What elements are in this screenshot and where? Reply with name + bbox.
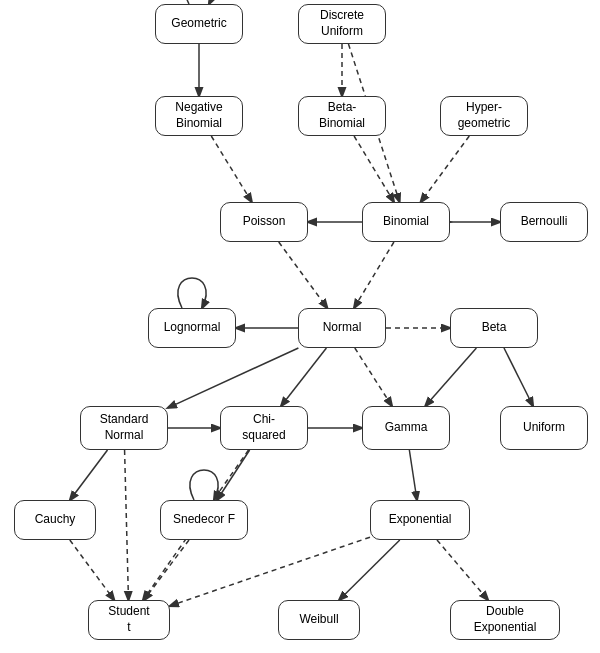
node-weibull: Weibull xyxy=(278,600,360,640)
node-exponential: Exponential xyxy=(370,500,470,540)
node-cauchy: Cauchy xyxy=(14,500,96,540)
svg-line-14 xyxy=(355,348,392,406)
node-beta_binomial: Beta- Binomial xyxy=(298,96,386,136)
node-gamma: Gamma xyxy=(362,406,450,450)
svg-line-5 xyxy=(211,136,251,202)
node-student_t: Student t xyxy=(88,600,170,640)
svg-line-15 xyxy=(425,348,476,406)
svg-line-9 xyxy=(279,242,328,308)
svg-line-26 xyxy=(437,540,488,600)
svg-line-3 xyxy=(354,136,394,202)
svg-line-13 xyxy=(281,348,326,406)
svg-line-19 xyxy=(70,450,108,500)
node-discrete_uniform: Discrete Uniform xyxy=(298,4,386,44)
node-bernoulli: Bernoulli xyxy=(500,202,588,242)
node-binomial: Binomial xyxy=(362,202,450,242)
svg-line-8 xyxy=(354,242,394,308)
svg-line-27 xyxy=(170,537,370,606)
node-negative_binomial: Negative Binomial xyxy=(155,96,243,136)
node-beta: Beta xyxy=(450,308,538,348)
svg-line-21 xyxy=(217,450,250,500)
svg-line-28 xyxy=(70,540,114,600)
node-lognormal: Lognormal xyxy=(148,308,236,348)
svg-line-23 xyxy=(144,540,189,600)
node-normal: Normal xyxy=(298,308,386,348)
probability-diagram: Discrete UniformGeometricNegative Binomi… xyxy=(0,0,600,653)
svg-line-4 xyxy=(421,136,470,202)
svg-line-25 xyxy=(339,540,400,600)
svg-line-20 xyxy=(125,450,129,600)
svg-line-16 xyxy=(504,348,533,406)
node-double_exponential: Double Exponential xyxy=(450,600,560,640)
node-geometric: Geometric xyxy=(155,4,243,44)
node-snedecor_f: Snedecor F xyxy=(160,500,248,540)
node-hypergeometric: Hyper- geometric xyxy=(440,96,528,136)
node-poisson: Poisson xyxy=(220,202,308,242)
node-chi_squared: Chi- squared xyxy=(220,406,308,450)
svg-line-12 xyxy=(168,348,298,408)
svg-line-24 xyxy=(409,450,417,500)
node-uniform: Uniform xyxy=(500,406,588,450)
node-standard_normal: Standard Normal xyxy=(80,406,168,450)
